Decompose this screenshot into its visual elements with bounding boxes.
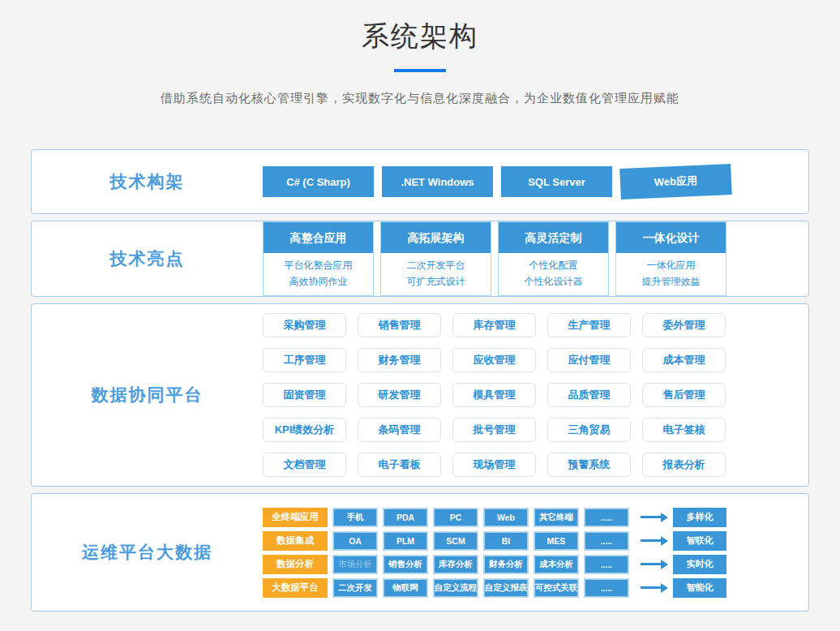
ops-cell-plm[interactable]: PLM — [383, 531, 428, 551]
highlight-card-extensibility: 高拓展架构 二次开发平台 可扩充式设计 — [380, 221, 491, 296]
ops-cell-iot[interactable]: 物联网 — [383, 578, 428, 598]
ops-cell-more: ..... — [584, 531, 629, 551]
ops-category-badge: 数据分析 — [263, 555, 328, 574]
ops-cell-more: ..... — [584, 555, 629, 574]
tech-button-sql-server[interactable]: SQL Server — [501, 166, 612, 197]
module-button-barcode[interactable]: 条码管理 — [358, 418, 441, 442]
section-label-ops-bigdata: 运维平台大数据 — [32, 541, 263, 564]
highlight-card-line: 高效协同作业 — [264, 273, 373, 290]
module-button-shopfloor[interactable]: 现场管理 — [452, 453, 536, 477]
module-button-triangle-trade[interactable]: 三角贸易 — [547, 418, 631, 442]
ops-row-bigdata-platform: 大数据平台 二次开发 物联网 自定义流程 自定义报表 可控式关联 ..... 智… — [263, 578, 808, 598]
highlight-card-unified-design: 一体化设计 一体化应用 提升管理效益 — [615, 221, 726, 296]
module-button-receivables[interactable]: 应收管理 — [452, 348, 536, 372]
ops-rows: 全终端应用 手机 PDA PC Web 其它终端 ..... 多样化 数据集成 … — [263, 502, 808, 603]
arrow-right-icon — [641, 539, 662, 542]
highlight-card-line: 个性化设计器 — [499, 273, 608, 290]
section-tech-framework: 技术构架 C# (C Sharp) .NET Windows SQL Serve… — [31, 149, 809, 214]
ops-cell-bi[interactable]: BI — [483, 531, 529, 551]
module-button-alerts[interactable]: 预警系统 — [547, 453, 631, 477]
section-data-platform: 数据协同平台 采购管理 销售管理 库存管理 生产管理 委外管理 工序管理 财务管… — [31, 303, 809, 487]
tech-button-dotnet-windows[interactable]: .NET Windows — [382, 166, 493, 197]
highlight-card-line: 二次开发平台 — [381, 257, 491, 273]
section-boxes: 技术构架 C# (C Sharp) .NET Windows SQL Serve… — [0, 149, 840, 612]
ops-category-badge: 数据集成 — [263, 531, 328, 551]
highlight-card-flexibility: 高灵活定制 个性化配置 个性化设计器 — [498, 221, 609, 296]
module-button-after-sales[interactable]: 售后管理 — [642, 383, 726, 407]
module-button-documents[interactable]: 文档管理 — [263, 453, 346, 477]
highlight-card-title: 一体化设计 — [616, 222, 726, 253]
highlight-card-integration: 高整合应用 平台化整合应用 高效协同作业 — [263, 221, 374, 296]
ops-cell-pc[interactable]: PC — [433, 508, 478, 527]
module-button-mold[interactable]: 模具管理 — [452, 383, 536, 407]
section-label-data-platform: 数据协同平台 — [32, 384, 263, 406]
ops-cell-custom-workflow[interactable]: 自定义流程 — [433, 578, 478, 598]
module-button-kpi[interactable]: KPI绩效分析 — [263, 418, 346, 442]
module-button-quality[interactable]: 品质管理 — [547, 383, 631, 407]
module-button-finance[interactable]: 财务管理 — [358, 348, 441, 372]
title-underline — [394, 69, 446, 72]
ops-cell-more: ..... — [584, 508, 629, 527]
ops-result-badge: 智能化 — [673, 578, 726, 598]
highlight-card-title: 高拓展架构 — [381, 222, 491, 253]
ops-result-badge: 智联化 — [673, 531, 726, 551]
highlight-card-line: 一体化应用 — [616, 257, 726, 273]
ops-result-badge: 多样化 — [673, 508, 726, 527]
module-button-outsourcing[interactable]: 委外管理 — [642, 313, 726, 337]
ops-cell-mes[interactable]: MES — [534, 531, 579, 551]
page-header: 系统架构 借助系统自动化核心管理引擎，实现数字化与信息化深度融合，为企业数值化管… — [0, 0, 840, 106]
module-grid: 采购管理 销售管理 库存管理 生产管理 委外管理 工序管理 财务管理 应收管理 … — [263, 303, 808, 487]
module-button-process[interactable]: 工序管理 — [263, 348, 346, 372]
module-button-cost[interactable]: 成本管理 — [642, 348, 726, 372]
arrow-right-icon — [641, 586, 662, 589]
ops-cell-custom-reports[interactable]: 自定义报表 — [483, 578, 529, 598]
highlight-card-line: 平台化整合应用 — [264, 257, 373, 273]
ops-row-integration: 数据集成 OA PLM SCM BI MES ..... 智联化 — [263, 531, 808, 551]
ops-row-analysis: 数据分析 市场分析 销售分析 库存分析 财务分析 成本分析 ..... 实时化 — [263, 555, 808, 574]
ops-cell-inventory-analysis[interactable]: 库存分析 — [433, 555, 478, 574]
ops-cell-cost-analysis[interactable]: 成本分析 — [534, 555, 579, 574]
ops-cell-more: ..... — [584, 578, 629, 598]
ops-category-badge: 全终端应用 — [263, 508, 328, 527]
module-button-batch[interactable]: 批号管理 — [452, 418, 536, 442]
ops-cell-sales-analysis[interactable]: 销售分析 — [383, 555, 428, 574]
highlight-card-line: 个性化配置 — [499, 257, 608, 273]
ops-cell-mobile[interactable]: 手机 — [332, 508, 378, 527]
section-label-tech-framework: 技术构架 — [32, 170, 263, 193]
section-ops-bigdata: 运维平台大数据 全终端应用 手机 PDA PC Web 其它终端 ..... 多… — [31, 493, 809, 612]
ops-cell-web[interactable]: Web — [483, 508, 529, 527]
module-button-inventory[interactable]: 库存管理 — [452, 313, 536, 337]
tech-button-csharp[interactable]: C# (C Sharp) — [263, 166, 374, 197]
module-button-production[interactable]: 生产管理 — [547, 313, 631, 337]
tech-button-web-app[interactable]: Web应用 — [619, 164, 732, 200]
tech-framework-buttons: C# (C Sharp) .NET Windows SQL Server Web… — [263, 166, 808, 197]
system-architecture-page: 系统架构 借助系统自动化核心管理引擎，实现数字化与信息化深度融合，为企业数值化管… — [0, 0, 840, 631]
page-subtitle: 借助系统自动化核心管理引擎，实现数字化与信息化深度融合，为企业数值化管理应用赋能 — [0, 91, 840, 106]
highlight-card-line: 可扩充式设计 — [381, 273, 491, 290]
ops-cell-secondary-dev[interactable]: 二次开发 — [332, 578, 378, 598]
ops-cell-scm[interactable]: SCM — [433, 531, 478, 551]
highlight-card-title: 高整合应用 — [264, 222, 373, 253]
arrow-right-icon — [641, 516, 662, 518]
ops-category-badge: 大数据平台 — [263, 578, 328, 598]
highlight-card-line: 提升管理效益 — [616, 273, 726, 290]
module-button-e-signature[interactable]: 电子签核 — [642, 418, 726, 442]
module-button-purchase[interactable]: 采购管理 — [263, 313, 346, 337]
section-tech-highlights: 技术亮点 高整合应用 平台化整合应用 高效协同作业 高拓展架构 二次开发平台 可… — [31, 221, 809, 297]
module-button-rd[interactable]: 研发管理 — [358, 383, 441, 407]
module-button-payables[interactable]: 应付管理 — [547, 348, 631, 372]
ops-cell-oa[interactable]: OA — [332, 531, 378, 551]
module-button-sales[interactable]: 销售管理 — [358, 313, 441, 337]
highlight-cards: 高整合应用 平台化整合应用 高效协同作业 高拓展架构 二次开发平台 可扩充式设计… — [263, 221, 808, 296]
highlight-card-title: 高灵活定制 — [499, 222, 608, 253]
ops-row-terminals: 全终端应用 手机 PDA PC Web 其它终端 ..... 多样化 — [263, 508, 808, 527]
ops-cell-controlled-linkage[interactable]: 可控式关联 — [534, 578, 579, 598]
ops-cell-pda[interactable]: PDA — [383, 508, 428, 527]
ops-cell-other-terminals[interactable]: 其它终端 — [534, 508, 579, 527]
arrow-right-icon — [641, 563, 662, 565]
module-button-e-kanban[interactable]: 电子看板 — [358, 453, 441, 477]
module-button-reports[interactable]: 报表分析 — [642, 453, 726, 477]
ops-cell-finance-analysis[interactable]: 财务分析 — [483, 555, 529, 574]
module-button-fixed-assets[interactable]: 固资管理 — [263, 383, 346, 407]
ops-cell-market-analysis[interactable]: 市场分析 — [332, 555, 378, 574]
